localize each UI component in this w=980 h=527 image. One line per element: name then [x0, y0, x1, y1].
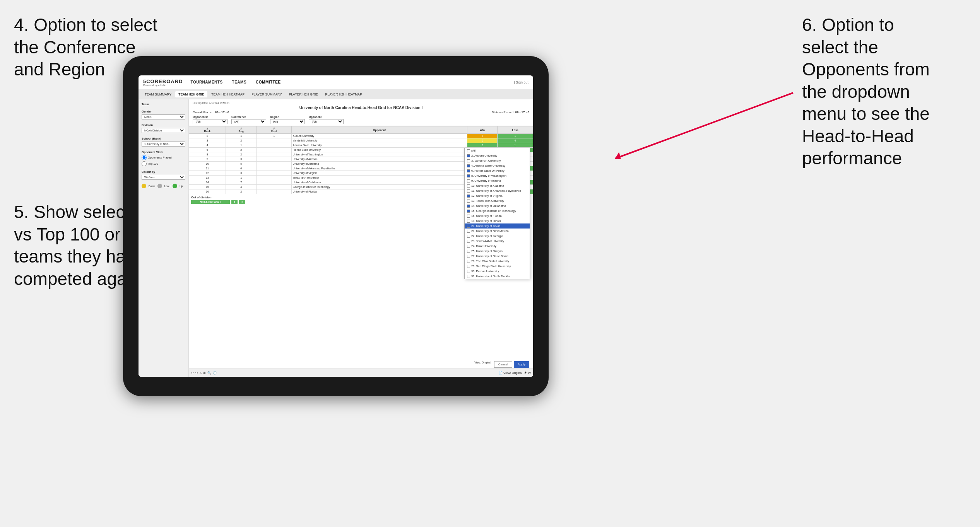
radio-group: Opponents Played Top 100 [142, 155, 185, 166]
dropdown-item-label: 31. University of North Florida [471, 275, 510, 278]
region-filter-select[interactable]: (All) [270, 119, 305, 124]
dropdown-item[interactable]: 31. University of North Florida [465, 274, 530, 279]
dropdown-item[interactable]: (All) [465, 148, 530, 153]
dropdown-item-label: (All) [471, 149, 476, 152]
cell-conf [257, 185, 291, 189]
h2h-title: University of North Carolina Head-to-Hea… [193, 106, 529, 110]
cell-conf [257, 176, 291, 180]
cell-opponent: University of Alabama [291, 162, 467, 166]
toolbar-home[interactable]: ⌂ [200, 371, 202, 375]
sub-nav-team-h2h-heatmap[interactable]: TEAM H2H HEATMAP [208, 91, 248, 97]
panel-gender-section: Gender Men's [142, 110, 185, 119]
dropdown-item[interactable]: 16. University of Florida [465, 213, 530, 218]
radio-top100[interactable]: Top 100 [142, 161, 185, 166]
dropdown-item[interactable]: 29. San Diego State University [465, 264, 530, 269]
dropdown-item[interactable]: 14. University of Oklahoma [465, 203, 530, 208]
panel-colour-section: Colour by Win/loss [142, 170, 185, 180]
dropdown-item-label: 11. University of Arkansas, Fayetteville [471, 189, 521, 193]
dropdown-item[interactable]: 20. University of Texas [465, 223, 530, 229]
opponent-dropdown[interactable]: (All)2. Auburn University3. Vanderbilt U… [464, 148, 530, 279]
dropdown-item[interactable]: 11. University of Arkansas, Fayetteville [465, 188, 530, 193]
dropdown-item[interactable]: 22. University of Georgia [465, 234, 530, 239]
data-table-container: #Rank #Reg #Conf Opponent Win Loss [189, 126, 533, 377]
dropdown-item[interactable]: 27. University of Notre Dame [465, 254, 530, 259]
nav-tournaments[interactable]: TOURNAMENTS [190, 80, 222, 84]
panel-team-section: Team [142, 102, 185, 106]
dropdown-item[interactable]: 23. Texas A&M University [465, 239, 530, 244]
dropdown-item[interactable]: 12. University of Virginia [465, 193, 530, 198]
division-record: Division Record: 88 - 17 - 0 [492, 111, 529, 114]
dropdown-item[interactable]: 6. Florida State University [465, 168, 530, 173]
cell-loss: 1 [498, 134, 533, 138]
nav-teams[interactable]: TEAMS [232, 80, 247, 84]
cell-rank: 6 [189, 148, 226, 152]
dropdown-item[interactable]: 4. Arizona State University [465, 163, 530, 168]
dropdown-item-label: 25. University of Oregon [471, 249, 503, 253]
dropdown-item[interactable]: 30. Purdue University [465, 269, 530, 274]
colour-select[interactable]: Win/loss [142, 175, 185, 180]
conference-filter-select[interactable]: (All) [231, 119, 266, 124]
dropdown-item[interactable]: 21. University of New Mexico [465, 229, 530, 234]
team-label: Team [142, 102, 185, 106]
cell-opponent: University of Florida [291, 189, 467, 194]
cell-rank: 15 [189, 185, 226, 189]
toolbar-redo[interactable]: ↪ [195, 371, 198, 375]
sub-nav-team-h2h-grid[interactable]: TEAM H2H GRID [175, 91, 207, 97]
dropdown-item[interactable]: 9. University of Arizona [465, 178, 530, 183]
toolbar-undo[interactable]: ↩ [191, 371, 194, 375]
radio-opponents-played[interactable]: Opponents Played [142, 155, 185, 160]
opponent-filter-select[interactable]: (All) [309, 119, 344, 124]
dropdown-item-label: 16. University of Florida [471, 214, 502, 218]
panel-opponent-view-section: Opponent View Opponents Played Top 100 [142, 150, 185, 166]
dropdown-checkbox [467, 174, 470, 177]
logo-text: 5COREBOARD [143, 78, 183, 84]
dropdown-item[interactable]: 15. Georgia Institute of Technology [465, 208, 530, 213]
dropdown-item[interactable]: 25. University of Oregon [465, 249, 530, 254]
dropdown-checkbox [467, 154, 470, 157]
dropdown-item-label: 20. University of Texas [471, 224, 500, 228]
dropdown-item[interactable]: 10. University of Alabama [465, 183, 530, 188]
table-row: 2 1 1 Auburn University 2 1 [189, 134, 533, 138]
tablet-screen: 5COREBOARD Powered by elliptic TOURNAMEN… [139, 75, 533, 377]
dropdown-item[interactable]: 18. University of Illinois [465, 218, 530, 223]
dropdown-checkbox [467, 169, 470, 172]
sub-nav-player-h2h-grid[interactable]: PLAYER H2H GRID [286, 91, 322, 97]
dropdown-item[interactable]: 2. Auburn University [465, 153, 530, 158]
cell-rank: 10 [189, 162, 226, 166]
dropdown-item[interactable]: 24. Duke University [465, 244, 530, 249]
dropdown-checkbox [467, 189, 470, 193]
sub-nav-team-summary[interactable]: TEAM SUMMARY [142, 91, 174, 97]
cell-opponent: University of Washington [291, 152, 467, 157]
apply-button[interactable]: Apply [514, 361, 529, 368]
dropdown-item[interactable]: 3. Vanderbilt University [465, 158, 530, 163]
gender-label: Gender [142, 110, 185, 113]
opponents-filter-select[interactable]: (All) [193, 119, 227, 124]
panel-school-section: School (Rank) 1. University of Nort... [142, 137, 185, 147]
toolbar-zoom-in[interactable]: 🔍 [207, 371, 211, 375]
school-select[interactable]: 1. University of Nort... [142, 142, 185, 147]
cell-rank: 2 [189, 134, 226, 138]
dropdown-item[interactable]: 28. The Ohio State University [465, 259, 530, 264]
sub-nav-player-summary[interactable]: PLAYER SUMMARY [248, 91, 285, 97]
dropdown-item[interactable]: 8. University of Washington [465, 173, 530, 178]
gender-select[interactable]: Men's [142, 114, 185, 119]
cell-rank: 16 [189, 189, 226, 194]
dropdown-item[interactable]: 13. Texas Tech University [465, 198, 530, 203]
nav-committee[interactable]: COMMITTEE [256, 80, 281, 84]
filter-opponent: Opponent (All) [309, 116, 344, 124]
cell-reg: 2 [226, 189, 257, 194]
division-select[interactable]: NCAA Division I [142, 128, 185, 133]
cell-reg: 6 [226, 166, 257, 171]
eye-icon[interactable]: 👁 W [524, 371, 531, 375]
cancel-button[interactable]: Cancel [494, 361, 512, 368]
cell-reg: 1 [226, 143, 257, 148]
content-header: Last Updated: 4/7/2024 16:55:38 Universi… [189, 99, 533, 126]
toolbar-clock[interactable]: 🕐 [213, 371, 217, 375]
nav-right[interactable]: | Sign out [514, 80, 528, 84]
cell-conf [257, 148, 291, 152]
sub-nav-player-h2h-heatmap[interactable]: PLAYER H2H HEATMAP [322, 91, 365, 97]
legend-down-dot [142, 184, 146, 188]
last-updated: Last Updated: 4/7/2024 16:55:38 [193, 102, 529, 104]
dropdown-checkbox [467, 270, 470, 273]
toolbar-fit[interactable]: ⊞ [203, 371, 206, 375]
